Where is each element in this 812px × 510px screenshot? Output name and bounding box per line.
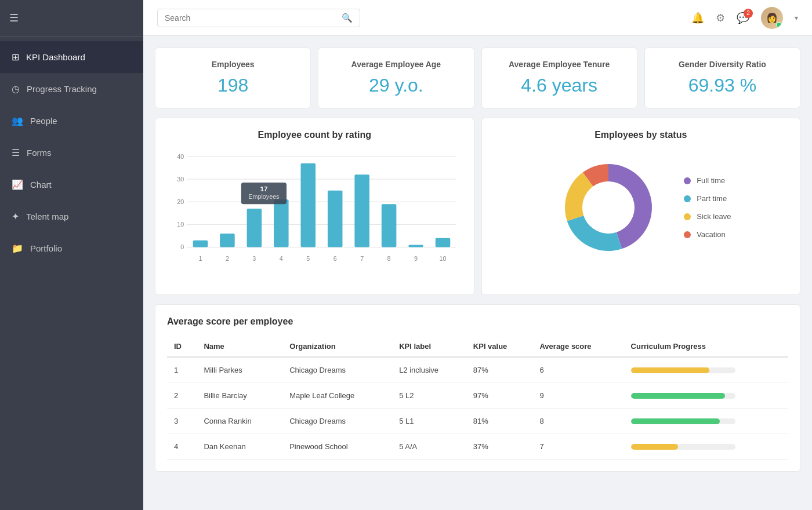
legend-label: Full time	[697, 176, 725, 185]
nav-label-forms: Forms	[27, 148, 52, 158]
table-row: 1Milli ParkesChicago DreamsL2 inclusive8…	[167, 357, 788, 383]
legend-item-vacation: Vacation	[684, 230, 731, 239]
bar-1[interactable]	[220, 234, 235, 247]
kpi-label-0: Employees	[169, 60, 296, 69]
svg-text:20: 20	[177, 198, 184, 205]
cell-2: Chicago Dreams	[282, 357, 392, 383]
employee-table: IDNameOrganizationKPI labelKPI valueAver…	[167, 336, 788, 460]
svg-text:7: 7	[360, 255, 364, 262]
sidebar-header: ☰	[0, 0, 143, 37]
cell-1: Conna Rankin	[197, 409, 282, 434]
topbar: 🔍 🔔 ⚙ 💬 2 👩 ▾	[143, 0, 812, 36]
svg-text:8: 8	[387, 255, 391, 262]
cell-0: 3	[167, 409, 197, 434]
sidebar-item-people[interactable]: 👥 People	[0, 105, 143, 137]
svg-text:10: 10	[440, 255, 447, 262]
donut-legend: Full time Part time Sick leave Vacation	[684, 176, 731, 239]
bar-9[interactable]	[436, 238, 451, 247]
sidebar-item-talent-map[interactable]: ✦ Telent map	[0, 201, 143, 232]
avatar-image: 👩	[761, 7, 783, 29]
cell-5: 6	[532, 357, 624, 383]
progress-bar	[631, 393, 725, 399]
avatar[interactable]: 👩	[761, 7, 783, 29]
bar-chart-svg: 0102030401234567891017Employees	[167, 150, 462, 265]
bar-3[interactable]	[274, 199, 289, 247]
cell-3: 5 L2	[392, 383, 466, 409]
donut-area: Full time Part time Sick leave Vacation	[494, 150, 789, 265]
svg-text:1: 1	[198, 255, 202, 262]
progress-bar-container	[631, 418, 735, 424]
bar-6[interactable]	[354, 174, 369, 247]
legend-label: Part time	[697, 194, 727, 203]
bar-4[interactable]	[300, 163, 316, 247]
table-row: 4Dan KeenanPinewood School5 A/A37%7	[167, 434, 788, 460]
curriculum-progress-cell	[624, 357, 788, 383]
legend-item-part-time: Part time	[684, 194, 731, 203]
col-header-kpi-label: KPI label	[392, 336, 466, 357]
progress-bar-container	[631, 393, 735, 399]
svg-text:17: 17	[260, 185, 267, 192]
legend-dot	[684, 213, 691, 220]
bar-8[interactable]	[408, 245, 423, 247]
kpi-cards: Employees 198Average Employee Age 29 y.o…	[155, 48, 800, 108]
sidebar-item-progress-tracking[interactable]: ◷ Progress Tracking	[0, 73, 143, 105]
nav-icon-progress-tracking: ◷	[12, 83, 20, 94]
cell-5: 7	[532, 434, 624, 460]
col-header-kpi-value: KPI value	[466, 336, 533, 357]
notification-badge: 2	[744, 9, 753, 18]
cell-2: Maple Leaf College	[282, 383, 392, 409]
search-icon: 🔍	[342, 13, 353, 23]
legend-dot	[684, 231, 691, 238]
svg-text:40: 40	[177, 153, 184, 160]
sidebar-item-kpi-dashboard[interactable]: ⊞ KPI Dashboard	[0, 41, 143, 73]
kpi-card-1: Average Employee Age 29 y.o.	[318, 48, 474, 108]
cell-3: L2 inclusive	[392, 357, 466, 383]
progress-bar	[631, 444, 678, 450]
charts-row: Employee count by rating 010203040123456…	[155, 118, 800, 295]
svg-text:5: 5	[306, 255, 310, 262]
bar-chart-card: Employee count by rating 010203040123456…	[155, 118, 474, 295]
legend-dot	[684, 177, 691, 184]
nav-icon-chart: 📈	[12, 179, 23, 190]
messages-icon[interactable]: 💬 2	[737, 12, 749, 24]
kpi-value-3: 69.93 %	[659, 75, 786, 96]
legend-label: Vacation	[697, 230, 726, 239]
bar-0[interactable]	[193, 241, 208, 247]
bar-chart-title: Employee count by rating	[167, 130, 462, 140]
legend-dot	[684, 195, 691, 202]
col-header-average-score: Average score	[532, 336, 624, 357]
progress-bar	[631, 418, 720, 424]
bar-7[interactable]	[382, 204, 397, 247]
table-row: 2Billie BarclayMaple Leaf College5 L297%…	[167, 383, 788, 409]
sidebar-item-portfolio[interactable]: 📁 Portfolio	[0, 232, 143, 264]
cell-2: Chicago Dreams	[282, 409, 392, 434]
svg-text:10: 10	[177, 221, 184, 228]
settings-icon[interactable]: ⚙	[716, 12, 725, 24]
sidebar: ☰ ⊞ KPI Dashboard◷ Progress Tracking👥 Pe…	[0, 0, 143, 510]
progress-bar-container	[631, 367, 735, 373]
hamburger-icon[interactable]: ☰	[9, 12, 19, 24]
search-input[interactable]	[165, 13, 337, 23]
curriculum-progress-cell	[624, 383, 788, 409]
donut-segment-part-time	[567, 216, 622, 251]
bar-2[interactable]	[247, 209, 262, 247]
bar-5[interactable]	[328, 191, 343, 247]
nav-label-talent-map: Telent map	[26, 212, 68, 221]
search-box[interactable]: 🔍	[157, 9, 360, 27]
content-area: Employees 198Average Employee Age 29 y.o…	[143, 36, 812, 510]
cell-2: Pinewood School	[282, 434, 392, 460]
sidebar-item-forms[interactable]: ☰ Forms	[0, 137, 143, 169]
chevron-down-icon[interactable]: ▾	[795, 14, 798, 22]
kpi-value-2: 4.6 years	[496, 75, 623, 96]
cell-0: 2	[167, 383, 197, 409]
notification-icon[interactable]: 🔔	[691, 12, 704, 24]
table-row: 3Conna RankinChicago Dreams5 L181%8	[167, 409, 788, 434]
legend-label: Sick leave	[697, 212, 731, 221]
svg-text:2: 2	[226, 255, 229, 262]
table-card: Average score per employee IDNameOrganiz…	[155, 304, 800, 472]
cell-5: 8	[532, 409, 624, 434]
cell-3: 5 L1	[392, 409, 466, 434]
cell-4: 97%	[466, 383, 533, 409]
kpi-card-3: Gender Diversity Ratio 69.93 %	[644, 48, 800, 108]
sidebar-item-chart[interactable]: 📈 Chart	[0, 169, 143, 201]
